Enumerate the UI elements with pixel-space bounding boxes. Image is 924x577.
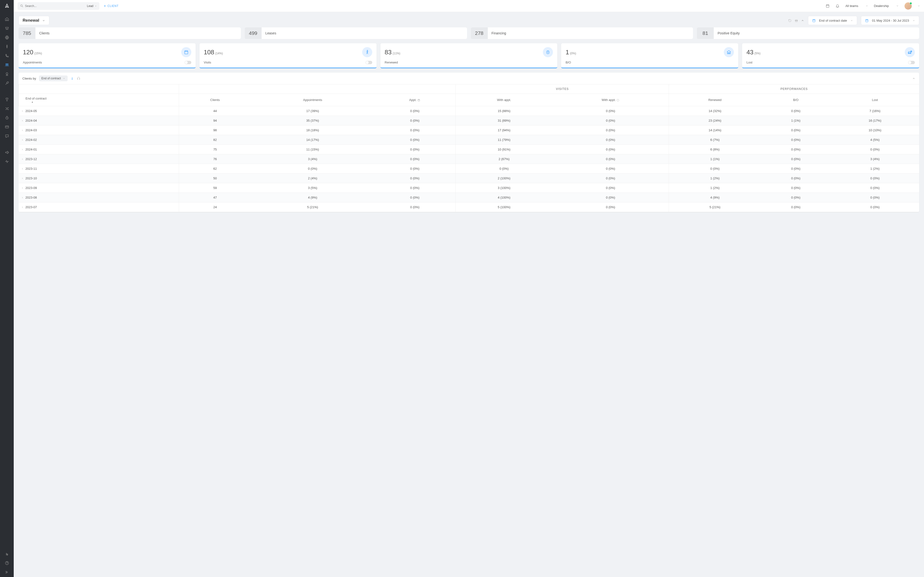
metrics-row: 120(15%) Appointments 108(14%) Visits 83… (14, 39, 924, 73)
nav-stopwatch-icon[interactable] (3, 113, 11, 122)
table-row: 2023-07245 (21%)0 (0%)5 (100%)0 (0%)5 (2… (19, 202, 919, 212)
column-header[interactable]: B/O (761, 94, 830, 106)
summary-card[interactable]: 81 Positive Equity (697, 27, 919, 39)
nav-cart-icon[interactable] (3, 24, 11, 33)
search-type-dropdown[interactable]: Lead (87, 4, 97, 8)
table-row: 2023-08474 (9%)0 (0%)4 (100%)0 (0%)4 (9%… (19, 193, 919, 202)
expand-row-icon[interactable] (21, 187, 24, 189)
collapse-table-icon[interactable] (912, 77, 915, 80)
summary-card[interactable]: 278 Financing (471, 27, 693, 39)
nav-phone-icon[interactable] (3, 52, 11, 60)
page-title-dropdown[interactable]: Renewal (19, 16, 49, 25)
calendar-icon (181, 47, 191, 57)
nav-activity-icon[interactable] (3, 157, 11, 166)
metric-card[interactable]: 43(5%) Lost (742, 43, 919, 68)
walk-icon (362, 47, 372, 57)
summary-card[interactable]: 499 Leases (245, 27, 467, 39)
column-header[interactable]: With appt. (456, 94, 552, 106)
svg-rect-11 (813, 19, 815, 22)
nav-click-icon[interactable] (3, 550, 11, 558)
column-header[interactable]: Renewed (669, 94, 761, 106)
expand-row-icon[interactable] (21, 139, 24, 141)
table-cell: 15 (88%) (456, 106, 552, 116)
scope-selector[interactable]: Dealership (874, 4, 899, 8)
metric-card[interactable]: 108(14%) Visits (199, 43, 376, 68)
table-cell: 0 (0%) (761, 145, 830, 154)
metric-label: Lost (746, 61, 753, 64)
expand-row-icon[interactable] (21, 197, 24, 199)
expand-row-icon[interactable] (21, 177, 24, 180)
expand-row-icon[interactable] (21, 206, 24, 208)
refresh-icon[interactable] (788, 19, 792, 23)
summary-card[interactable]: 785 Clients (19, 27, 241, 39)
metric-card[interactable]: 1(0%) B/O (561, 43, 738, 68)
search-box[interactable]: Lead (18, 2, 99, 10)
metric-label: Appointments (23, 61, 42, 64)
add-client-button[interactable]: + CLIENT (104, 4, 119, 8)
metric-card[interactable]: 120(15%) Appointments (19, 43, 195, 68)
nav-globe-icon[interactable] (3, 33, 11, 42)
calendar-icon[interactable] (825, 4, 830, 8)
table-cell: 0 (0%) (552, 154, 669, 164)
expand-row-icon[interactable] (21, 148, 24, 151)
table-cell: 0 (0%) (456, 164, 552, 174)
summary-row: 785 Clients 499 Leases 278 Financing 81 … (14, 27, 924, 39)
search-input[interactable] (24, 4, 87, 8)
nav-shuffle-icon[interactable] (3, 104, 11, 113)
team-selector[interactable]: All teams (845, 4, 868, 8)
table-cell: 35 (37%) (251, 116, 374, 126)
metric-pct: (0%) (570, 52, 576, 55)
table-cell: 94 (179, 116, 251, 126)
svg-rect-19 (418, 99, 420, 101)
user-avatar[interactable] (905, 2, 912, 10)
expand-row-icon[interactable] (21, 129, 24, 132)
table-row: 2024-049435 (37%)0 (0%)31 (89%)0 (0%)23 … (19, 116, 919, 126)
nav-help-icon[interactable] (3, 559, 11, 567)
metric-toggle[interactable] (184, 61, 191, 64)
nav-renewal-icon[interactable] (3, 61, 11, 69)
column-header[interactable]: Appt. (374, 94, 456, 106)
svg-point-2 (5, 64, 7, 65)
column-header[interactable]: End of contract▲ (19, 94, 179, 106)
column-header[interactable]: Clients (179, 94, 251, 106)
nav-wrench-icon[interactable] (3, 79, 11, 87)
metric-toggle[interactable] (908, 61, 915, 64)
page-title: Renewal (23, 18, 39, 23)
table-cell: 0 (0%) (830, 174, 919, 183)
nav-announce-icon[interactable] (3, 148, 11, 157)
column-header[interactable]: With appt. (552, 94, 669, 106)
nav-home-icon[interactable] (3, 15, 11, 24)
column-header[interactable]: Lost (830, 94, 919, 106)
row-month: 2024-02 (19, 135, 179, 145)
nav-badge-icon[interactable] (3, 70, 11, 78)
thermometer-icon[interactable] (71, 77, 74, 80)
expand-row-icon[interactable] (21, 158, 24, 160)
plus-icon: + (104, 4, 106, 8)
expand-row-icon[interactable] (21, 110, 24, 112)
table-cell: 10 (10%) (830, 126, 919, 135)
table-cell: 24 (179, 202, 251, 212)
expand-row-icon[interactable] (21, 119, 24, 122)
metric-card[interactable]: 83(11%) Renewed (380, 43, 557, 68)
filter-date-range[interactable]: 01 May 2024 - 30 Jul 2023 (861, 16, 919, 25)
nav-card-icon[interactable] (3, 122, 11, 131)
collapse-header-icon[interactable] (801, 19, 804, 22)
table-cell: 0 (0%) (552, 164, 669, 174)
print-icon[interactable] (795, 19, 798, 23)
bell-icon[interactable] (835, 4, 840, 8)
table-cell: 0 (0%) (374, 116, 456, 126)
nav-walkin-icon[interactable] (3, 42, 11, 51)
summary-value: 785 (19, 27, 36, 39)
headset-icon[interactable] (77, 77, 80, 80)
svg-rect-13 (184, 51, 188, 54)
metric-toggle[interactable] (365, 61, 372, 64)
user-menu-chevron[interactable] (918, 5, 920, 7)
nav-expand-icon[interactable] (3, 568, 11, 577)
nav-chat-icon[interactable] (3, 132, 11, 140)
topbar: Lead + CLIENT All teams Dealership (14, 0, 924, 12)
expand-row-icon[interactable] (21, 168, 24, 170)
column-header[interactable]: Appointments (251, 94, 374, 106)
clients-by-dropdown[interactable]: End of contract (39, 76, 68, 81)
filter-date-type[interactable]: End of contract date (808, 16, 857, 25)
nav-trophy-icon[interactable] (3, 95, 11, 104)
